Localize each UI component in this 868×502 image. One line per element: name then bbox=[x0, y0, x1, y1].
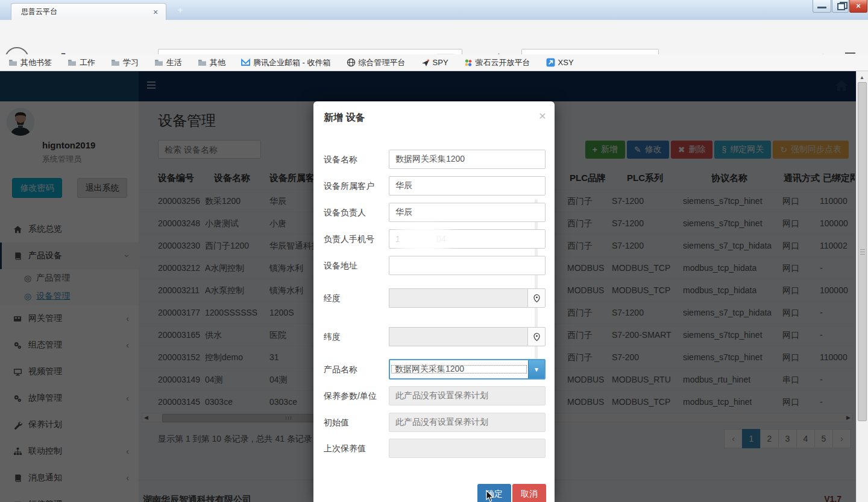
window-close-button[interactable]: × bbox=[849, 0, 867, 13]
window-restore-button[interactable] bbox=[832, 0, 849, 13]
folder-icon bbox=[8, 59, 17, 66]
bookmark-mgmt-platform[interactable]: 综合管理平台 bbox=[347, 57, 406, 68]
mouse-cursor bbox=[486, 490, 496, 502]
map-pin-icon bbox=[533, 294, 541, 303]
field-label: 初始值 bbox=[324, 418, 349, 428]
bookmark-xsy[interactable]: XSY bbox=[546, 58, 574, 67]
owner-phone-input[interactable]: 1 04 bbox=[389, 229, 546, 249]
bookmarks-bar: 其他书签 工作 学习 生活 其他 腾讯企业邮箱 - 收件箱 综合管理平台 SPY… bbox=[0, 54, 868, 71]
bookmark-folder-other[interactable]: 其他书签 bbox=[8, 57, 52, 68]
field-label: 产品名称 bbox=[324, 364, 357, 375]
bookmark-folder-life[interactable]: 生活 bbox=[154, 57, 182, 68]
modal-close-icon[interactable]: × bbox=[539, 109, 546, 123]
field-label: 设备名称 bbox=[324, 154, 357, 165]
field-label: 经度 bbox=[324, 293, 341, 304]
window-minimize-button[interactable] bbox=[813, 0, 831, 13]
device-customer-input[interactable] bbox=[389, 176, 546, 195]
web-page: hignton2019 系统管理员 修改密码 退出系统 系统总览 产品设备 › … bbox=[0, 71, 856, 502]
latitude-input bbox=[389, 327, 527, 346]
bookmark-folder-work[interactable]: 工作 bbox=[68, 57, 95, 68]
initial-value-input bbox=[389, 413, 546, 432]
add-device-modal: 新增 设备 × 设备名称 设备所属客户 设备负责人 负责人手机号 1 04 设备… bbox=[313, 101, 555, 502]
last-maintenance-input bbox=[389, 439, 546, 458]
window-titlebar: 思普云平台 × + × bbox=[0, 0, 868, 21]
bookmark-tencent-mail[interactable]: 腾讯企业邮箱 - 收件箱 bbox=[241, 57, 331, 68]
device-name-input[interactable] bbox=[389, 150, 546, 169]
xsy-icon bbox=[546, 58, 555, 67]
cancel-button[interactable]: 取消 bbox=[512, 484, 546, 502]
tencent-mail-icon bbox=[241, 59, 250, 66]
tab-title: 思普云平台 bbox=[21, 7, 150, 17]
field-label: 设备地址 bbox=[324, 261, 357, 272]
browser-toolbar: ← → ↻ °≡ iot. idosp.net /admin/index.htm… bbox=[0, 20, 868, 55]
spy-icon bbox=[421, 59, 430, 67]
field-label: 设备负责人 bbox=[324, 208, 366, 218]
field-label: 负责人手机号 bbox=[324, 234, 374, 245]
field-label: 设备所属客户 bbox=[324, 181, 374, 192]
latitude-pick-button[interactable] bbox=[527, 327, 546, 346]
bookmark-spy[interactable]: SPY bbox=[421, 58, 448, 67]
device-owner-input[interactable] bbox=[389, 203, 546, 222]
map-pin-icon bbox=[533, 332, 541, 342]
longitude-input bbox=[389, 288, 527, 308]
field-label: 保养参数/单位 bbox=[324, 391, 377, 402]
tab-close-icon[interactable]: × bbox=[150, 7, 161, 17]
modal-title: 新增 设备 bbox=[324, 112, 365, 124]
bookmark-folder-misc[interactable]: 其他 bbox=[198, 57, 225, 68]
longitude-pick-button[interactable] bbox=[527, 288, 546, 308]
field-label: 上次保养值 bbox=[324, 443, 366, 454]
globe-icon bbox=[347, 58, 356, 67]
device-address-input[interactable] bbox=[389, 256, 546, 275]
new-tab-button[interactable]: + bbox=[172, 5, 188, 17]
vertical-scroll-thumb[interactable] bbox=[858, 82, 867, 421]
privacy-blur bbox=[393, 224, 453, 254]
browser-tab[interactable]: 思普云平台 × bbox=[11, 3, 166, 20]
vertical-scrollbar[interactable]: ▲ bbox=[856, 71, 868, 502]
bookmark-ezviz[interactable]: 萤石云开放平台 bbox=[464, 57, 530, 68]
field-label: 纬度 bbox=[324, 332, 341, 343]
select-caret-icon[interactable]: ▼ bbox=[528, 360, 544, 378]
modal-scroll-hint[interactable] bbox=[535, 199, 538, 374]
product-name-select[interactable]: 数据网关采集1200 ▼ bbox=[389, 359, 546, 380]
scroll-up-icon[interactable]: ▲ bbox=[860, 75, 864, 80]
ezviz-icon bbox=[464, 59, 473, 67]
maintenance-param-input bbox=[389, 386, 546, 405]
bookmark-folder-study[interactable]: 学习 bbox=[111, 57, 139, 68]
